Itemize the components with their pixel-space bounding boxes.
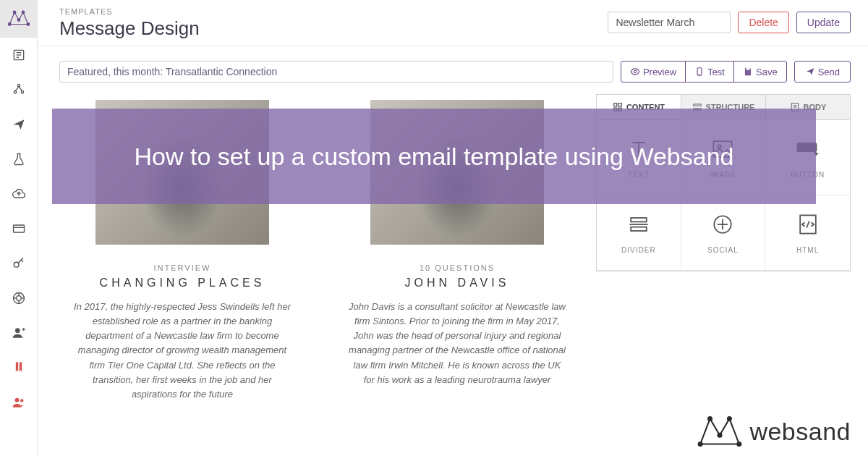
article-title: JOHN DAVIS [405,276,510,290]
svg-point-3 [22,11,25,14]
svg-point-46 [698,442,703,447]
nav-users-icon[interactable] [0,385,38,420]
svg-rect-41 [631,227,647,231]
brand-logo: websand [697,414,851,449]
svg-point-49 [727,416,732,421]
svg-point-50 [737,442,742,447]
svg-point-48 [718,433,723,438]
page-header: TEMPLATES Message Design Delete Update [38,0,868,46]
test-button[interactable]: Test [686,62,734,82]
nav-send-icon[interactable] [0,107,38,142]
template-name-input[interactable] [608,12,731,33]
nav-key-icon[interactable] [0,246,38,281]
svg-point-11 [21,91,23,93]
preview-label: Preview [643,67,676,77]
svg-point-9 [17,85,20,87]
nav-lab-icon[interactable] [0,142,38,177]
brand-name: websand [749,418,851,446]
delete-button[interactable]: Delete [738,12,788,33]
svg-point-24 [634,70,637,73]
block-html[interactable]: HTML [765,195,850,271]
svg-point-21 [15,328,20,333]
nav-card-icon[interactable] [0,211,38,246]
tile-label: SOCIAL [707,246,739,254]
update-button[interactable]: Update [796,12,851,33]
websand-icon [697,414,742,449]
svg-rect-31 [693,104,701,106]
svg-rect-27 [614,104,617,106]
svg-point-22 [14,398,19,402]
nav-dashboard-icon[interactable] [0,38,38,72]
svg-rect-39 [631,218,647,221]
test-label: Test [707,67,725,77]
svg-rect-28 [618,104,621,106]
sidebar [0,0,38,456]
send-button[interactable]: Send [794,61,851,83]
overlay-text: How to set up a custom email template us… [134,140,733,172]
svg-point-16 [16,296,21,301]
svg-point-10 [14,91,16,93]
editor-toolbar: Preview Test Save Send [59,61,851,83]
block-social[interactable]: SOCIAL [681,195,766,271]
article-body: John Davis is a consultant solicitor at … [349,300,566,387]
svg-point-4 [26,23,29,26]
nav-upload-icon[interactable] [0,177,38,211]
svg-point-47 [707,416,712,421]
tile-label: DIVIDER [621,246,656,254]
save-label: Save [756,67,778,77]
svg-point-23 [20,399,23,402]
action-group: Preview Test Save [621,61,787,83]
nav-bookmark-icon[interactable] [0,350,38,385]
nav-adduser-icon[interactable] [0,316,38,350]
logo-icon[interactable] [0,0,38,38]
article-body: In 2017, the highly-respected Jess Swind… [74,300,291,402]
svg-point-1 [13,11,16,14]
nav-help-icon[interactable] [0,281,38,316]
article-eyebrow: INTERVIEW [154,263,211,272]
preview-button[interactable]: Preview [621,62,686,82]
article-title: CHANGING PLACES [100,276,265,290]
svg-point-2 [17,19,20,22]
svg-point-14 [14,262,19,267]
subject-input[interactable] [59,61,613,83]
tile-label: HTML [796,246,819,254]
article-eyebrow: 10 QUESTIONS [420,263,495,272]
svg-rect-12 [13,225,24,232]
title-overlay: How to set up a custom email template us… [52,109,816,204]
nav-segments-icon[interactable] [0,72,38,107]
send-label: Send [818,67,840,77]
block-divider[interactable]: DIVIDER [597,195,681,271]
svg-point-0 [8,23,11,26]
header-actions: Delete Update [608,12,851,33]
save-button[interactable]: Save [734,62,786,82]
